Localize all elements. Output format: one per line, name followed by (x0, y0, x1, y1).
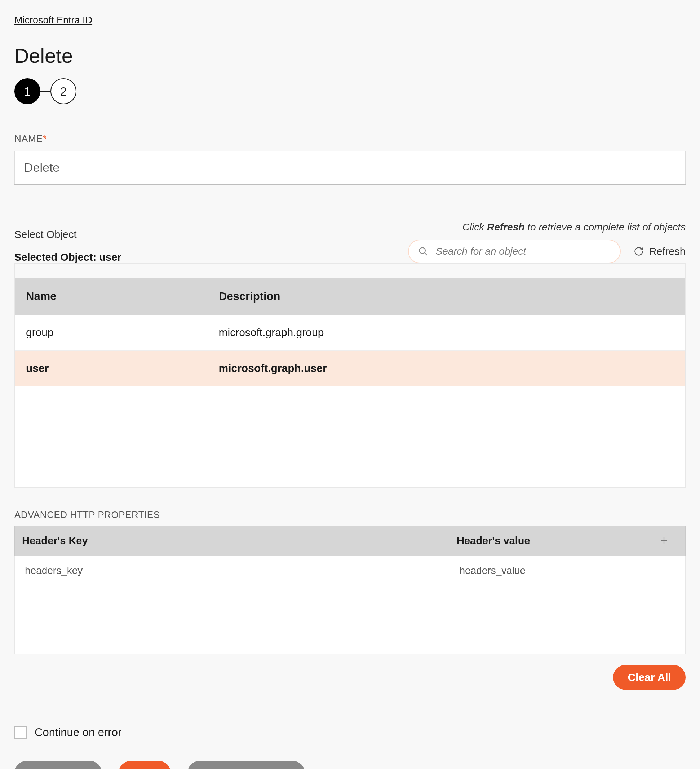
table-row[interactable]: usermicrosoft.graph.user (15, 351, 685, 386)
continue-on-error-label: Continue on error (35, 726, 122, 739)
col-name: Name (15, 278, 208, 315)
search-box[interactable] (408, 240, 621, 263)
name-input[interactable] (14, 151, 686, 184)
object-table: Name Description groupmicrosoft.graph.gr… (15, 278, 685, 386)
headers-table: Header's Key Header's value headers_keyh… (14, 526, 686, 586)
cell-key: headers_key (15, 556, 450, 586)
breadcrumb-link[interactable]: Microsoft Entra ID (14, 15, 92, 26)
refresh-icon (634, 246, 644, 256)
plus-icon (659, 536, 669, 545)
page-title: Delete (14, 44, 686, 68)
search-input[interactable] (435, 245, 611, 257)
discard-button[interactable]: Discard Changes (188, 761, 305, 769)
name-label: NAME* (14, 133, 686, 144)
headers-empty-space (14, 586, 686, 654)
cell-name: group (15, 315, 208, 351)
col-header-value: Header's value (450, 526, 642, 556)
refresh-button[interactable]: Refresh (634, 246, 686, 257)
table-row[interactable]: headers_keyheaders_value (15, 556, 686, 586)
save-exit-button[interactable]: Save & Exit (14, 761, 102, 769)
next-button[interactable]: Next (119, 761, 171, 769)
col-desc: Description (208, 278, 685, 315)
cell-desc: microsoft.graph.user (208, 351, 685, 386)
selected-object: Selected Object: user (14, 251, 122, 263)
search-icon (418, 246, 428, 256)
advanced-http-label: ADVANCED HTTP PROPERTIES (14, 509, 686, 520)
step-connector (40, 91, 50, 92)
table-row[interactable]: groupmicrosoft.graph.group (15, 315, 685, 351)
cell-desc: microsoft.graph.group (208, 315, 685, 351)
step-1[interactable]: 1 (14, 78, 40, 104)
select-object-label: Select Object (14, 229, 122, 241)
object-table-empty-space (15, 386, 685, 487)
add-header-button[interactable] (642, 526, 686, 556)
col-header-key: Header's Key (15, 526, 450, 556)
svg-line-1 (425, 253, 427, 255)
step-2[interactable]: 2 (50, 78, 76, 104)
cell-actions (642, 556, 686, 586)
refresh-hint: Click Refresh to retrieve a complete lis… (408, 222, 686, 233)
continue-on-error-checkbox[interactable] (14, 726, 27, 739)
svg-point-0 (419, 248, 425, 254)
stepper: 1 2 (14, 78, 686, 104)
clear-all-button[interactable]: Clear All (613, 665, 686, 690)
cell-name: user (15, 351, 208, 386)
cell-val: headers_value (450, 556, 642, 586)
